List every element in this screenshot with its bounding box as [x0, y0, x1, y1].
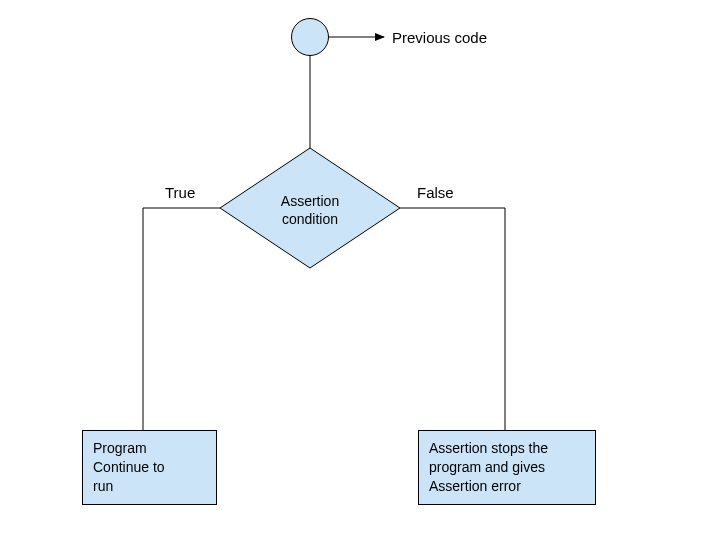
true-outcome-box: Program Continue to run: [82, 430, 217, 505]
decision-node-text: Assertion condition: [270, 192, 350, 228]
true-outcome-line1: Program: [93, 439, 206, 458]
false-outcome-line2: program and gives: [429, 458, 585, 477]
false-outcome-line3: Assertion error: [429, 477, 585, 496]
decision-label: Assertion condition: [281, 193, 339, 227]
false-outcome-line1: Assertion stops the: [429, 439, 585, 458]
previous-code-label: Previous code: [392, 29, 487, 46]
false-branch-label: False: [417, 184, 454, 201]
start-node: [291, 18, 329, 56]
true-branch-label: True: [165, 184, 195, 201]
flowchart-diagram: Previous code Assertion condition True F…: [0, 0, 720, 540]
true-outcome-line3: run: [93, 477, 206, 496]
true-outcome-line2: Continue to: [93, 458, 206, 477]
false-outcome-box: Assertion stops the program and gives As…: [418, 430, 596, 505]
